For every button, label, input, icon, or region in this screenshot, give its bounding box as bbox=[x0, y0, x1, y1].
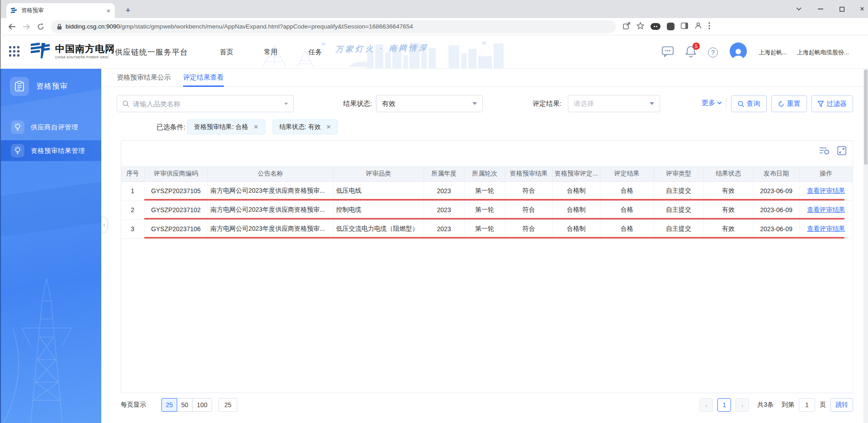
tab-title: 资格预审 bbox=[21, 7, 103, 14]
refresh-icon bbox=[778, 101, 784, 107]
url-text: bidding.csg.cn:9090/gmp/static/gmpweb/wo… bbox=[66, 23, 413, 30]
current-page[interactable]: 1 bbox=[717, 398, 731, 412]
content-tabs: 资格预审结果公示 评定结果查看 bbox=[101, 69, 868, 87]
nav-tasks[interactable]: 任务 bbox=[308, 48, 322, 57]
per-page-option-100[interactable]: 100 bbox=[192, 398, 212, 412]
funnel-icon bbox=[818, 101, 824, 107]
sidebar-item-prequalify-result-management[interactable]: 资格预审结果管理 bbox=[1, 140, 101, 161]
next-page-icon[interactable]: › bbox=[736, 398, 749, 412]
chip-close-icon[interactable]: ✕ bbox=[254, 124, 259, 130]
notification-bell-icon[interactable]: 5 bbox=[685, 46, 696, 59]
per-page-option-25[interactable]: 25 bbox=[161, 398, 177, 412]
per-page-label: 每页显示 bbox=[121, 401, 146, 409]
category-search-input-wrap[interactable] bbox=[117, 95, 294, 112]
per-page-option-50[interactable]: 50 bbox=[177, 398, 193, 412]
chevron-down-icon bbox=[472, 102, 477, 105]
results-table: 序号 评审供应商编码 公告名称 评审品类 所属年度 所属轮次 资格预审结果 资格… bbox=[121, 166, 853, 239]
goto-suffix: 页 bbox=[820, 401, 826, 409]
total-count: 共3条 bbox=[757, 401, 774, 409]
profile-icon[interactable] bbox=[694, 22, 702, 31]
jump-button[interactable]: 跳转 bbox=[830, 398, 853, 412]
tab-evaluation-result-view[interactable]: 评定结果查看 bbox=[183, 69, 224, 87]
tab-close-icon[interactable]: × bbox=[107, 7, 110, 14]
extension-icon-1[interactable] bbox=[651, 23, 660, 30]
nav-home[interactable]: 首页 bbox=[220, 48, 233, 57]
avatar[interactable] bbox=[730, 45, 747, 60]
scrollbar[interactable] bbox=[863, 69, 868, 423]
sidebar-item-supplier-self-evaluation[interactable]: 供应商自评管理 bbox=[1, 117, 101, 138]
filter-chip[interactable]: 资格预审结果: 合格 ✕ bbox=[187, 119, 265, 134]
chevron-down-icon bbox=[650, 102, 654, 105]
browser-menu-icon[interactable] bbox=[708, 22, 710, 31]
company-name[interactable]: 上海起帆电缆股份... bbox=[797, 48, 849, 57]
favicon-csg-icon bbox=[11, 8, 18, 14]
prev-page-icon[interactable]: ‹ bbox=[699, 398, 713, 412]
app-launcher-icon[interactable] bbox=[9, 46, 19, 57]
search-icon bbox=[738, 101, 744, 107]
user-name[interactable]: 上海起帆... bbox=[759, 48, 787, 57]
view-review-result-link[interactable]: 查看评审结果 bbox=[807, 225, 845, 232]
platform-title: 供应链统一服务平台 bbox=[115, 47, 188, 57]
back-icon[interactable] bbox=[5, 20, 19, 33]
address-bar[interactable]: bidding.csg.cn:9090/gmp/static/gmpweb/wo… bbox=[51, 20, 616, 33]
query-button[interactable]: 查询 bbox=[731, 95, 767, 112]
help-icon[interactable]: ? bbox=[708, 48, 718, 57]
clipboard-icon bbox=[10, 77, 29, 96]
nav-common[interactable]: 常用 bbox=[264, 48, 278, 57]
table-row: 2 GYSZP20237102 南方电网公司2023年度供应商资格预审... 控… bbox=[121, 200, 853, 219]
row-red-underline bbox=[144, 237, 844, 238]
results-card: 序号 评审供应商编码 公告名称 评审品类 所属年度 所属轮次 资格预审结果 资格… bbox=[121, 140, 853, 393]
row-red-underline bbox=[144, 199, 844, 200]
window-close-button[interactable]: × bbox=[855, 4, 868, 14]
reload-icon[interactable] bbox=[33, 20, 48, 33]
csg-logo: 中国南方电网 CHINA SOUTHERN POWER GRID bbox=[30, 42, 115, 59]
share-icon[interactable] bbox=[623, 22, 630, 31]
browser-tab[interactable]: 资格预审 × bbox=[6, 3, 115, 18]
filter-button[interactable]: 过滤器 bbox=[811, 95, 853, 112]
status-select[interactable]: 有效 bbox=[376, 95, 483, 112]
chevron-down-icon bbox=[717, 101, 722, 105]
result-filter-label: 评定结果: bbox=[533, 100, 561, 108]
app-header: 中国南方电网 CHINA SOUTHERN POWER GRID 供应链统一服务… bbox=[0, 35, 868, 69]
result-select[interactable]: 请选择 bbox=[568, 95, 660, 112]
scrollbar-thumb[interactable] bbox=[864, 70, 868, 165]
csg-logo-icon bbox=[30, 42, 51, 59]
extension-icon-2[interactable] bbox=[667, 23, 675, 30]
bookmark-star-icon[interactable] bbox=[637, 22, 644, 31]
view-review-result-link[interactable]: 查看评审结果 bbox=[807, 206, 845, 213]
view-review-result-link[interactable]: 查看评审结果 bbox=[807, 187, 845, 194]
logo-title: 中国南方电网 bbox=[55, 43, 115, 55]
header-divider bbox=[108, 45, 109, 59]
logo-subtitle: CHINA SOUTHERN POWER GRID bbox=[55, 56, 115, 59]
per-page-control: 每页显示 25 50 100 25 bbox=[121, 398, 237, 412]
tab-prequalify-result-publicity[interactable]: 资格预审结果公示 bbox=[117, 69, 171, 87]
selected-conditions-label: 已选条件: bbox=[156, 123, 185, 132]
category-search-input[interactable] bbox=[133, 100, 281, 108]
window-minimize-button[interactable] bbox=[814, 4, 827, 14]
filter-chip[interactable]: 结果状态: 有效 ✕ bbox=[273, 119, 338, 134]
search-dropdown-caret-icon[interactable] bbox=[284, 103, 288, 105]
per-page-value-box[interactable]: 25 bbox=[218, 398, 237, 412]
forward-icon[interactable] bbox=[19, 20, 33, 33]
chip-close-icon[interactable]: ✕ bbox=[326, 124, 331, 130]
notification-badge: 5 bbox=[693, 43, 700, 50]
new-tab-button[interactable]: + bbox=[122, 5, 134, 16]
table-row: 3 GYSZP20237106 南方电网公司2023年度供应商资格预审... 低… bbox=[121, 219, 853, 238]
filter-divider bbox=[726, 98, 726, 109]
reset-button[interactable]: 重置 bbox=[771, 95, 807, 112]
tab-search-icon[interactable] bbox=[792, 4, 806, 14]
goto-page-input[interactable]: 1 bbox=[799, 398, 815, 412]
bulb-icon bbox=[11, 144, 24, 157]
browser-tab-strip: 资格预审 × + × bbox=[0, 0, 868, 18]
row-red-underline bbox=[144, 218, 844, 219]
more-filters-link[interactable]: 更多 bbox=[702, 99, 722, 107]
message-icon[interactable] bbox=[662, 46, 674, 59]
fullscreen-icon[interactable] bbox=[837, 146, 846, 157]
side-panel-icon[interactable] bbox=[681, 23, 688, 31]
window-maximize-button[interactable] bbox=[835, 4, 849, 14]
column-settings-icon[interactable] bbox=[819, 146, 830, 157]
pagination: ‹ 1 › 共3条 到第 1 页 跳转 bbox=[699, 398, 853, 412]
header-slogan: 万家灯火 · 南网情深 bbox=[335, 43, 429, 55]
goto-prefix: 到第 bbox=[782, 401, 794, 409]
sidebar: 资格预审 供应商自评管理 资格预审结果管理 bbox=[0, 69, 101, 423]
